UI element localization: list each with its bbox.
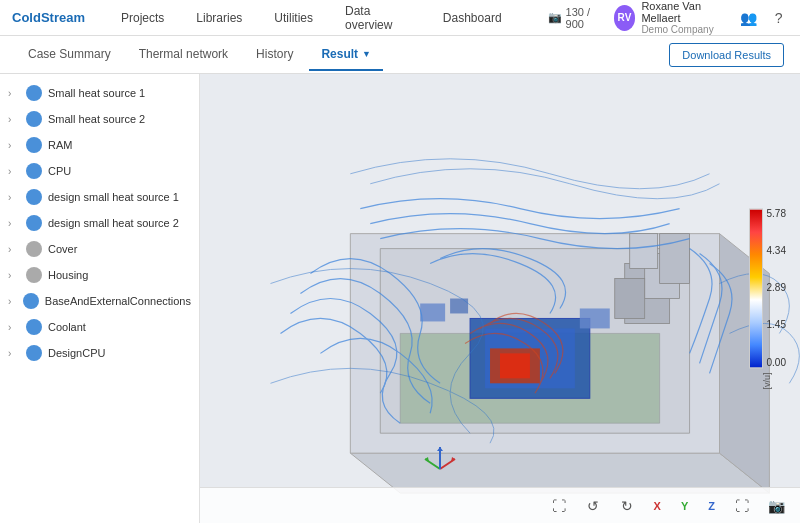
- item-label-8: BaseAndExternalConnections: [45, 295, 191, 307]
- nav-projects[interactable]: Projects: [115, 7, 170, 29]
- sidebar-item-8[interactable]: ›BaseAndExternalConnections: [0, 288, 199, 314]
- legend-unit: [v/u]: [762, 372, 772, 389]
- sidebar-item-1[interactable]: ›Small heat source 2: [0, 106, 199, 132]
- sidebar-item-4[interactable]: ›design small heat source 1: [0, 184, 199, 210]
- help-icon[interactable]: ?: [769, 7, 788, 29]
- item-label-9: Coolant: [48, 321, 86, 333]
- nav-utilities[interactable]: Utilities: [268, 7, 319, 29]
- download-results-button[interactable]: Download Results: [669, 43, 784, 67]
- axis-indicator: [420, 439, 460, 479]
- users-icon[interactable]: 👥: [739, 7, 758, 29]
- svg-rect-12: [615, 279, 645, 319]
- nav-right: 📷 130 / 900 RV Roxane Van Mellaert Demo …: [548, 0, 788, 35]
- fullscreen-button[interactable]: ⛶: [730, 494, 754, 518]
- logo[interactable]: ColdStream: [12, 10, 85, 25]
- item-icon-9: [26, 319, 42, 335]
- item-icon-7: [26, 267, 42, 283]
- expand-arrow-8: ›: [8, 296, 17, 307]
- tab-case-summary[interactable]: Case Summary: [16, 39, 123, 71]
- axis-y-button[interactable]: Y: [676, 498, 693, 514]
- sidebar: ›Small heat source 1›Small heat source 2…: [0, 74, 200, 523]
- expand-arrow-9: ›: [8, 322, 20, 333]
- item-icon-6: [26, 241, 42, 257]
- axis-z-button[interactable]: Z: [703, 498, 720, 514]
- item-icon-4: [26, 189, 42, 205]
- tab-thermal-network[interactable]: Thermal network: [127, 39, 240, 71]
- expand-arrow-0: ›: [8, 88, 20, 99]
- screenshot-button[interactable]: 📷: [764, 494, 788, 518]
- expand-arrow-3: ›: [8, 166, 20, 177]
- item-icon-1: [26, 111, 42, 127]
- expand-arrow-1: ›: [8, 114, 20, 125]
- legend-value-max: 5.78: [767, 208, 786, 219]
- item-label-3: CPU: [48, 165, 71, 177]
- camera-badge: 📷 130 / 900: [548, 6, 602, 30]
- nav-data-overview[interactable]: Data overview: [339, 0, 417, 36]
- sidebar-item-3[interactable]: ›CPU: [0, 158, 199, 184]
- item-label-5: design small heat source 2: [48, 217, 179, 229]
- item-icon-10: [26, 345, 42, 361]
- color-legend: 5.78 4.34 2.89 1.45 0.00 [v/u]: [749, 208, 786, 389]
- expand-arrow-2: ›: [8, 140, 20, 151]
- scene-visualization: [200, 74, 800, 523]
- legend-value-1: 4.34: [767, 245, 786, 256]
- item-icon-8: [23, 293, 39, 309]
- rotate-left-button[interactable]: ↺: [581, 494, 605, 518]
- legend-value-2: 2.89: [767, 282, 786, 293]
- item-label-0: Small heat source 1: [48, 87, 145, 99]
- nav-libraries[interactable]: Libraries: [190, 7, 248, 29]
- item-label-1: Small heat source 2: [48, 113, 145, 125]
- legend-gradient-bar: [749, 208, 763, 368]
- expand-arrow-4: ›: [8, 192, 20, 203]
- item-label-10: DesignCPU: [48, 347, 105, 359]
- 3d-viewport[interactable]: 5.78 4.34 2.89 1.45 0.00 [v/u] ⛶ ↺ ↻ X Y…: [200, 74, 800, 523]
- item-label-7: Housing: [48, 269, 88, 281]
- main-content: ›Small heat source 1›Small heat source 2…: [0, 74, 800, 523]
- sidebar-item-2[interactable]: ›RAM: [0, 132, 199, 158]
- sidebar-item-0[interactable]: ›Small heat source 1: [0, 80, 199, 106]
- sidebar-item-5[interactable]: ›design small heat source 2: [0, 210, 199, 236]
- user-info: RV Roxane Van Mellaert Demo Company: [614, 0, 727, 35]
- svg-rect-9: [500, 353, 530, 378]
- fit-view-button[interactable]: ⛶: [547, 494, 571, 518]
- svg-rect-14: [630, 234, 658, 269]
- camera-count: 130 / 900: [566, 6, 602, 30]
- item-label-6: Cover: [48, 243, 77, 255]
- item-icon-0: [26, 85, 42, 101]
- svg-rect-15: [420, 303, 445, 321]
- expand-arrow-5: ›: [8, 218, 20, 229]
- svg-rect-17: [580, 308, 610, 328]
- tab-history[interactable]: History: [244, 39, 305, 71]
- user-name: Roxane Van Mellaert: [641, 0, 726, 24]
- item-label-2: RAM: [48, 139, 72, 151]
- tab-result[interactable]: Result ▼: [309, 39, 383, 71]
- chevron-down-icon: ▼: [362, 49, 371, 59]
- nav-dashboard[interactable]: Dashboard: [437, 7, 508, 29]
- svg-marker-23: [437, 447, 443, 451]
- sidebar-item-7[interactable]: ›Housing: [0, 262, 199, 288]
- legend-value-min: 0.00: [767, 357, 786, 368]
- top-navigation: ColdStream Projects Libraries Utilities …: [0, 0, 800, 36]
- camera-icon: 📷: [548, 11, 562, 24]
- item-label-4: design small heat source 1: [48, 191, 179, 203]
- axis-x-button[interactable]: X: [649, 498, 666, 514]
- viewport-toolbar: ⛶ ↺ ↻ X Y Z ⛶ 📷: [200, 487, 800, 523]
- svg-rect-13: [660, 234, 690, 284]
- item-icon-5: [26, 215, 42, 231]
- expand-arrow-6: ›: [8, 244, 20, 255]
- legend-labels: 5.78 4.34 2.89 1.45 0.00: [767, 208, 786, 368]
- sidebar-item-9[interactable]: ›Coolant: [0, 314, 199, 340]
- item-icon-2: [26, 137, 42, 153]
- legend-value-3: 1.45: [767, 320, 786, 331]
- avatar[interactable]: RV: [614, 5, 636, 31]
- sidebar-item-6[interactable]: ›Cover: [0, 236, 199, 262]
- expand-arrow-10: ›: [8, 348, 20, 359]
- item-icon-3: [26, 163, 42, 179]
- user-details: Roxane Van Mellaert Demo Company: [641, 0, 726, 35]
- sidebar-item-10[interactable]: ›DesignCPU: [0, 340, 199, 366]
- expand-arrow-7: ›: [8, 270, 20, 281]
- sub-navigation: Case Summary Thermal network History Res…: [0, 36, 800, 74]
- user-company: Demo Company: [641, 24, 726, 35]
- rotate-right-button[interactable]: ↻: [615, 494, 639, 518]
